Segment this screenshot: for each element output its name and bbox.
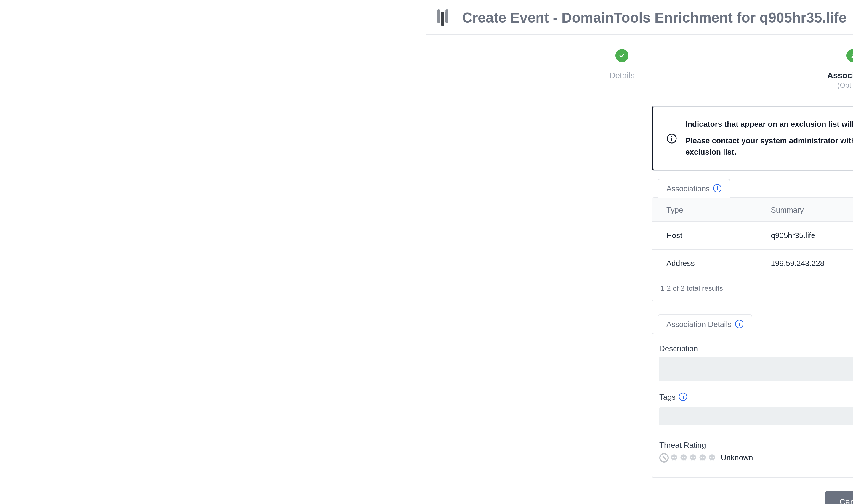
step-label: Details (609, 71, 635, 80)
info-icon[interactable]: i (679, 393, 688, 401)
info-icon (667, 133, 677, 146)
table-row[interactable]: Host q905hr35.life (652, 221, 853, 249)
app-logo-icon (437, 10, 455, 26)
skull-icon[interactable] (679, 453, 688, 462)
table-row[interactable]: Address 199.59.243.228 (652, 249, 853, 277)
stepper: Details 2 Associations (Optional) 3 Atta… (586, 49, 853, 89)
tab-label: Associations (667, 184, 710, 193)
no-rating-icon[interactable] (659, 453, 669, 462)
cell-summary: 199.59.243.228 (757, 249, 853, 277)
step-details[interactable]: Details (586, 49, 658, 80)
step-optional: (Optional) (837, 81, 853, 89)
info-banner: Indicators that appear on an exclusion l… (652, 106, 853, 170)
skull-icon[interactable] (698, 453, 707, 462)
page-header: Create Event - DomainTools Enrichment fo… (427, 0, 853, 35)
cell-type: Host (652, 221, 757, 249)
association-details-panel: Description Tags i Threat Rating (652, 332, 853, 478)
threat-rating-control[interactable]: Unknown (659, 453, 841, 462)
description-label: Description (659, 344, 853, 353)
info-icon[interactable]: i (713, 184, 722, 193)
footer-buttons: Cancel Previous Next Save (640, 491, 853, 504)
skull-icon[interactable] (670, 453, 678, 462)
banner-line2: Please contact your system administrator… (686, 135, 853, 158)
skull-icon[interactable] (689, 453, 697, 462)
page-title: Create Event - DomainTools Enrichment fo… (462, 10, 847, 26)
threat-rating-text: Unknown (721, 453, 753, 462)
tags-label: Tags (659, 392, 676, 401)
skull-icon[interactable] (708, 453, 716, 462)
step-label: Associations (827, 71, 853, 80)
tags-input[interactable] (659, 407, 853, 425)
info-icon[interactable]: i (735, 320, 743, 328)
threat-rating-label: Threat Rating (659, 440, 841, 449)
step-badge-active: 2 (847, 49, 853, 62)
tab-associations[interactable]: Associations i (658, 179, 730, 198)
tab-association-details[interactable]: Association Details i (658, 314, 752, 333)
tab-label: Association Details (667, 320, 732, 328)
step-associations[interactable]: 2 Associations (Optional) (817, 49, 853, 89)
associations-table: Type Summary Known Actions Host q905hr35… (652, 198, 853, 277)
svg-point-2 (672, 136, 672, 137)
col-type[interactable]: Type (652, 198, 757, 221)
step-badge-done (616, 49, 628, 62)
associations-panel: Type Summary Known Actions Host q905hr35… (652, 197, 853, 301)
banner-line1: Indicators that appear on an exclusion l… (686, 119, 853, 130)
col-summary[interactable]: Summary (757, 198, 853, 221)
cell-type: Address (652, 249, 757, 277)
description-input[interactable] (659, 356, 853, 381)
table-footer: 1-2 of 2 total results (652, 277, 853, 301)
cell-summary: q905hr35.life (757, 221, 853, 249)
cancel-button[interactable]: Cancel (825, 491, 853, 504)
